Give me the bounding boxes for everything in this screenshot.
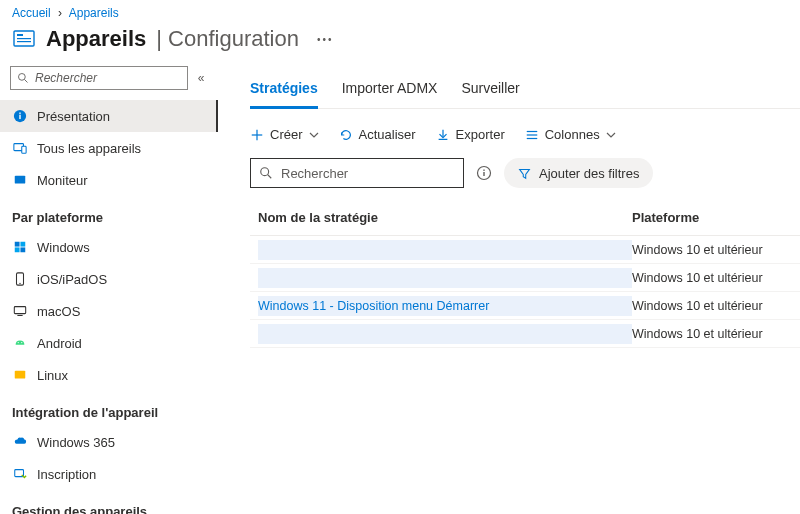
tab-monitor[interactable]: Surveiller [461, 70, 519, 108]
info-icon[interactable] [476, 165, 492, 181]
columns-button[interactable]: Colonnes [525, 127, 616, 142]
toolbar: Créer Actualiser Exporter Colonnes [250, 109, 800, 158]
sidebar-item-android[interactable]: Android [0, 327, 218, 359]
policy-name-cell [258, 268, 632, 288]
devices-list-icon [12, 140, 28, 156]
sidebar-item-label: Inscription [37, 467, 96, 482]
svg-rect-12 [15, 242, 20, 247]
windows-icon [12, 239, 28, 255]
svg-rect-3 [17, 41, 31, 42]
svg-rect-2 [17, 38, 31, 39]
svg-rect-15 [20, 247, 25, 252]
sidebar-item-label: Linux [37, 368, 68, 383]
page-title: Appareils [46, 26, 146, 52]
sidebar-item-monitor[interactable]: Moniteur [0, 164, 218, 196]
sidebar-item-enrollment[interactable]: Inscription [0, 458, 218, 490]
svg-rect-18 [14, 307, 25, 314]
svg-rect-10 [22, 146, 26, 153]
android-icon [12, 335, 28, 351]
platform-cell: Windows 10 et ultérieur [632, 243, 792, 257]
macos-icon [12, 303, 28, 319]
svg-point-17 [19, 283, 20, 284]
collapse-sidebar-button[interactable]: « [194, 71, 208, 85]
linux-icon [12, 367, 28, 383]
svg-rect-11 [15, 176, 26, 184]
policies-grid: Nom de la stratégie Plateforme Windows 1… [250, 210, 800, 348]
sidebar: Rechercher « Présentation Tous les appar… [0, 66, 218, 514]
main-content: Stratégies Importer ADMX Surveiller Crée… [218, 66, 800, 514]
svg-point-21 [21, 342, 22, 343]
sidebar-search-input[interactable]: Rechercher [10, 66, 188, 90]
tab-import-admx[interactable]: Importer ADMX [342, 70, 438, 108]
svg-rect-8 [19, 113, 20, 114]
chevron-down-icon [606, 130, 616, 140]
add-filters-button[interactable]: Ajouter des filtres [504, 158, 653, 188]
table-row[interactable]: Windows 10 et ultérieur [250, 264, 800, 292]
sidebar-item-all-devices[interactable]: Tous les appareils [0, 132, 218, 164]
sidebar-item-label: Présentation [37, 109, 110, 124]
search-icon [259, 166, 273, 180]
policy-name-cell[interactable]: Windows 11 - Disposition menu Démarrer [258, 296, 632, 316]
svg-point-4 [19, 74, 26, 81]
sidebar-item-windows[interactable]: Windows [0, 231, 218, 263]
tab-strategies[interactable]: Stratégies [250, 70, 318, 109]
plus-icon [250, 128, 264, 142]
table-row[interactable]: Windows 10 et ultérieur [250, 320, 800, 348]
monitor-icon [12, 172, 28, 188]
info-icon [12, 108, 28, 124]
main-search-placeholder: Rechercher [281, 166, 348, 181]
breadcrumb-separator: › [58, 6, 62, 20]
svg-rect-13 [20, 242, 25, 247]
sidebar-section-platform: Par plateforme [0, 196, 218, 231]
sidebar-item-ios[interactable]: iOS/iPadOS [0, 263, 218, 295]
sidebar-item-label: Windows [37, 240, 90, 255]
col-header-platform[interactable]: Plateforme [632, 210, 792, 225]
sidebar-item-overview[interactable]: Présentation [0, 100, 218, 132]
page-title-row: Appareils | Configuration ••• [0, 22, 800, 66]
sidebar-section-management: Gestion des appareils [0, 490, 218, 514]
svg-rect-14 [15, 247, 20, 252]
platform-cell: Windows 10 et ultérieur [632, 327, 792, 341]
svg-line-5 [25, 80, 28, 83]
sidebar-item-linux[interactable]: Linux [0, 359, 218, 391]
svg-rect-22 [15, 371, 26, 379]
policy-name-cell [258, 240, 632, 260]
svg-rect-19 [17, 315, 22, 316]
svg-rect-7 [19, 115, 20, 119]
breadcrumb-current[interactable]: Appareils [69, 6, 119, 20]
breadcrumb: Accueil › Appareils [0, 0, 800, 22]
sidebar-item-label: macOS [37, 304, 80, 319]
svg-point-34 [261, 168, 269, 176]
sidebar-item-label: Android [37, 336, 82, 351]
filter-icon [518, 167, 531, 180]
more-actions-button[interactable]: ••• [317, 34, 334, 45]
export-button[interactable]: Exporter [436, 127, 505, 142]
svg-rect-37 [483, 172, 484, 176]
export-label: Exporter [456, 127, 505, 142]
create-button[interactable]: Créer [250, 127, 319, 142]
sidebar-section-integration: Intégration de l'appareil [0, 391, 218, 426]
create-label: Créer [270, 127, 303, 142]
table-row[interactable]: Windows 10 et ultérieur [250, 236, 800, 264]
page-subtitle: | Configuration [156, 26, 299, 52]
enrollment-icon [12, 466, 28, 482]
sidebar-item-label: Moniteur [37, 173, 88, 188]
sidebar-search-placeholder: Rechercher [35, 71, 97, 85]
refresh-label: Actualiser [359, 127, 416, 142]
col-header-name[interactable]: Nom de la stratégie [258, 210, 632, 225]
svg-rect-38 [483, 170, 484, 171]
search-icon [17, 72, 29, 84]
sidebar-item-windows365[interactable]: Windows 365 [0, 426, 218, 458]
main-search-input[interactable]: Rechercher [250, 158, 464, 188]
platform-cell: Windows 10 et ultérieur [632, 299, 792, 313]
sidebar-item-macos[interactable]: macOS [0, 295, 218, 327]
breadcrumb-home[interactable]: Accueil [12, 6, 51, 20]
export-icon [436, 128, 450, 142]
policy-name-cell [258, 324, 632, 344]
refresh-button[interactable]: Actualiser [339, 127, 416, 142]
svg-line-35 [268, 175, 272, 179]
add-filters-label: Ajouter des filtres [539, 166, 639, 181]
grid-header: Nom de la stratégie Plateforme [250, 210, 800, 236]
sidebar-item-label: Windows 365 [37, 435, 115, 450]
table-row[interactable]: Windows 11 - Disposition menu DémarrerWi… [250, 292, 800, 320]
